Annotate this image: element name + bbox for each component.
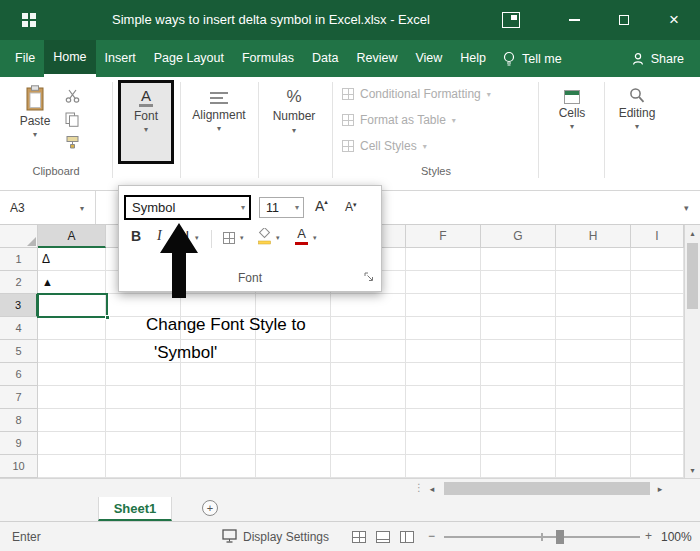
cell-D6[interactable] [256, 363, 331, 386]
tab-view[interactable]: View [406, 40, 451, 77]
cut-button[interactable] [60, 86, 84, 106]
new-sheet-button[interactable]: + [202, 500, 218, 516]
zoom-slider-thumb[interactable] [556, 530, 564, 544]
tab-data[interactable]: Data [303, 40, 347, 77]
zoom-out-icon[interactable]: − [428, 529, 435, 543]
chevron-down-icon[interactable]: ▾ [241, 203, 245, 212]
number-group-button[interactable]: % Number ▾ [264, 83, 324, 135]
sheet-tab-sheet1[interactable]: Sheet1 [98, 497, 172, 521]
cell-D10[interactable] [256, 455, 331, 478]
chevron-down-icon[interactable]: ▾ [276, 234, 280, 242]
fill-handle[interactable] [105, 315, 110, 320]
column-header-A[interactable]: A [38, 225, 106, 248]
decrease-font-size-button[interactable]: A▾ [345, 200, 357, 214]
cell-G8[interactable] [481, 409, 556, 432]
cell-H3[interactable] [556, 294, 631, 317]
cell-H8[interactable] [556, 409, 631, 432]
cell-I5[interactable] [631, 340, 684, 363]
cell-B6[interactable] [106, 363, 181, 386]
row-header-3[interactable]: 3 [0, 294, 38, 317]
chevron-down-icon[interactable]: ▾ [80, 204, 84, 213]
chevron-down-icon[interactable]: ▾ [295, 203, 299, 212]
editing-group-button[interactable]: Editing ▾ [608, 83, 666, 131]
cell-I9[interactable] [631, 432, 684, 455]
cell-H5[interactable] [556, 340, 631, 363]
borders-button[interactable] [223, 232, 235, 247]
cell-I3[interactable] [631, 294, 684, 317]
cell-G6[interactable] [481, 363, 556, 386]
format-as-table-button[interactable]: Format as Table ▾ [342, 113, 456, 127]
cell-G5[interactable] [481, 340, 556, 363]
cell-C8[interactable] [181, 409, 256, 432]
cell-I7[interactable] [631, 386, 684, 409]
cell-H2[interactable] [556, 271, 631, 294]
cell-F2[interactable] [406, 271, 481, 294]
cell-I2[interactable] [631, 271, 684, 294]
cell-H7[interactable] [556, 386, 631, 409]
cell-I10[interactable] [631, 455, 684, 478]
zoom-level[interactable]: 100% [661, 530, 692, 544]
copy-button[interactable] [60, 109, 84, 129]
maximize-button[interactable] [606, 0, 642, 40]
select-all-corner[interactable] [0, 225, 38, 248]
row-header-6[interactable]: 6 [0, 363, 38, 386]
cell-H9[interactable] [556, 432, 631, 455]
fill-color-button[interactable] [257, 228, 272, 248]
cell-G4[interactable] [481, 317, 556, 340]
cell-F5[interactable] [406, 340, 481, 363]
row-header-8[interactable]: 8 [0, 409, 38, 432]
cells-group-button[interactable]: Cells ▾ [544, 83, 600, 131]
cell-C9[interactable] [181, 432, 256, 455]
cell-I8[interactable] [631, 409, 684, 432]
cell-F8[interactable] [406, 409, 481, 432]
cell-F3[interactable] [406, 294, 481, 317]
cell-H1[interactable] [556, 248, 631, 271]
cell-H4[interactable] [556, 317, 631, 340]
tab-help[interactable]: Help [451, 40, 495, 77]
cell-A6[interactable] [38, 363, 106, 386]
cell-D8[interactable] [256, 409, 331, 432]
cell-F6[interactable] [406, 363, 481, 386]
cell-I6[interactable] [631, 363, 684, 386]
row-header-4[interactable]: 4 [0, 317, 38, 340]
font-size-combo[interactable]: 11 ▾ [259, 197, 304, 218]
cell-F9[interactable] [406, 432, 481, 455]
cell-D7[interactable] [256, 386, 331, 409]
cell-I4[interactable] [631, 317, 684, 340]
cell-A2[interactable]: ▲ [38, 271, 106, 294]
tab-file[interactable]: File [6, 40, 44, 77]
row-header-1[interactable]: 1 [0, 248, 38, 271]
bold-button[interactable]: B [131, 228, 141, 244]
cell-I1[interactable] [631, 248, 684, 271]
cell-F10[interactable] [406, 455, 481, 478]
chevron-down-icon[interactable]: ▾ [313, 234, 317, 242]
chevron-down-icon[interactable]: ▾ [240, 234, 244, 242]
page-break-view-button[interactable] [400, 531, 414, 543]
horizontal-scrollbar-thumb[interactable] [444, 482, 650, 495]
dialog-launcher-icon[interactable] [364, 271, 375, 286]
cell-H10[interactable] [556, 455, 631, 478]
column-header-F[interactable]: F [406, 225, 481, 248]
increase-font-size-button[interactable]: A▴ [315, 198, 328, 214]
minimize-button[interactable] [556, 0, 592, 40]
cell-H6[interactable] [556, 363, 631, 386]
page-layout-view-button[interactable] [376, 531, 390, 543]
cell-B7[interactable] [106, 386, 181, 409]
cell-A8[interactable] [38, 409, 106, 432]
close-button[interactable]: × [656, 0, 692, 40]
tab-page-layout[interactable]: Page Layout [145, 40, 233, 77]
row-header-2[interactable]: 2 [0, 271, 38, 294]
scroll-down-button[interactable]: ▾ [685, 462, 700, 478]
cell-C6[interactable] [181, 363, 256, 386]
cell-F4[interactable] [406, 317, 481, 340]
cell-E6[interactable] [331, 363, 406, 386]
column-header-I[interactable]: I [631, 225, 684, 248]
vertical-scrollbar[interactable]: ▴ ▾ [684, 225, 700, 478]
tab-tell-me[interactable]: Tell me [502, 40, 562, 77]
cell-G3[interactable] [481, 294, 556, 317]
format-painter-button[interactable] [60, 132, 84, 152]
display-settings-button[interactable]: Display Settings [222, 529, 329, 544]
scroll-left-button[interactable]: ◂ [424, 479, 440, 498]
cell-G1[interactable] [481, 248, 556, 271]
cell-E8[interactable] [331, 409, 406, 432]
